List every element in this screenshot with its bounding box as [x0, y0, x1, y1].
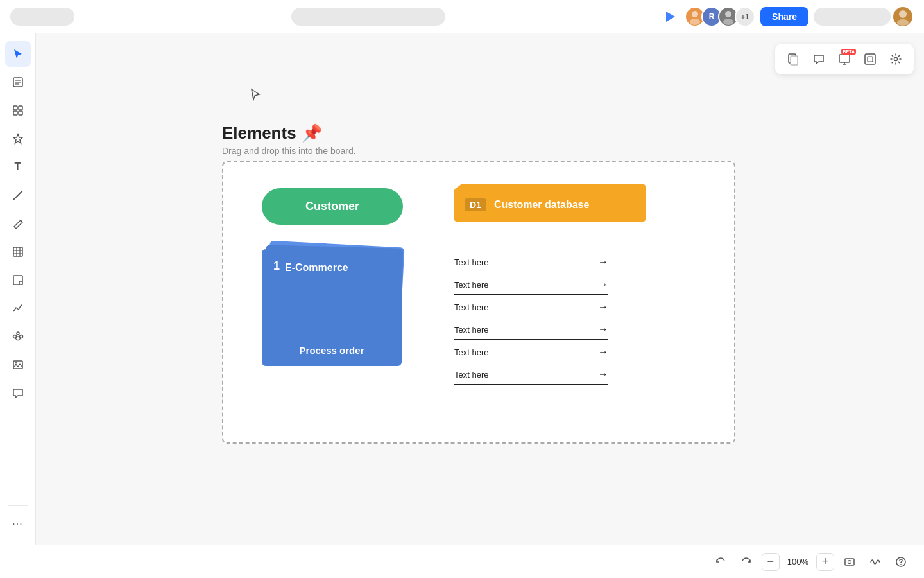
right-pill	[814, 8, 891, 26]
beta-badge: BETA	[841, 49, 856, 55]
svg-rect-17	[13, 247, 22, 256]
frames-icon[interactable]	[860, 49, 880, 69]
svg-rect-12	[19, 106, 22, 110]
flag-icon[interactable]	[662, 8, 680, 26]
settings-icon[interactable]	[886, 49, 906, 69]
sidebar-item-sticky[interactable]	[5, 267, 31, 293]
canvas-area[interactable]: BETA	[36, 33, 924, 545]
svg-rect-40	[845, 559, 854, 565]
sidebar: T	[0, 33, 36, 545]
svg-line-29	[18, 338, 21, 341]
arrow-right-icon: →	[598, 369, 608, 380]
sidebar-item-line[interactable]	[5, 182, 31, 208]
sidebar-item-chart[interactable]	[5, 295, 31, 321]
app-name-pill	[10, 8, 74, 26]
pages-icon[interactable]	[783, 49, 803, 69]
sidebar-item-flow[interactable]	[5, 324, 31, 349]
customer-element[interactable]: Customer	[262, 188, 403, 225]
sidebar-item-pen[interactable]	[5, 211, 31, 236]
topbar-right: R +1 Share	[662, 6, 914, 28]
wave-button[interactable]	[865, 552, 886, 572]
svg-rect-22	[13, 276, 22, 285]
svg-rect-38	[868, 57, 873, 62]
sidebar-item-favorites[interactable]	[5, 126, 31, 152]
orange-front: D1 Customer database	[454, 188, 646, 222]
svg-point-3	[725, 11, 732, 17]
diagram-container: Customer 1 E-Commerce Process order	[222, 161, 735, 444]
sidebar-item-image[interactable]	[5, 352, 31, 378]
help-button[interactable]	[891, 552, 911, 572]
sidebar-item-cursor[interactable]	[5, 41, 31, 67]
diagram-right: D1 Customer database Text here → Text he…	[454, 188, 696, 417]
topbar-center	[291, 8, 445, 26]
topbar-left	[10, 8, 74, 26]
text-row-4[interactable]: Text here →	[454, 320, 608, 340]
arrow-right-icon: →	[598, 301, 608, 313]
sidebar-divider	[8, 505, 28, 506]
sidebar-item-more[interactable]: ···	[5, 511, 31, 537]
bottombar: − 100% +	[0, 545, 924, 578]
user-avatar[interactable]	[892, 6, 914, 28]
panel-title: Elements 📌	[222, 123, 735, 143]
sidebar-item-text[interactable]: T	[5, 154, 31, 180]
text-row-5[interactable]: Text here →	[454, 342, 608, 362]
svg-point-41	[848, 560, 851, 563]
svg-marker-0	[666, 12, 675, 22]
svg-point-2	[690, 19, 700, 25]
svg-line-15	[13, 191, 22, 200]
topbar: R +1 Share	[0, 0, 924, 33]
sidebar-item-comment[interactable]	[5, 380, 31, 406]
text-row-3[interactable]: Text here →	[454, 297, 608, 317]
svg-line-28	[15, 338, 18, 341]
canvas-arrow	[249, 88, 262, 104]
arrow-right-icon: →	[598, 346, 608, 358]
svg-point-31	[15, 363, 17, 365]
present-icon[interactable]: BETA	[834, 49, 855, 69]
ecommerce-card-stack[interactable]: 1 E-Commerce Process order	[262, 244, 403, 366]
avatar-group: R +1	[685, 6, 755, 27]
card-front: 1 E-Commerce Process order	[262, 249, 402, 366]
svg-rect-33	[791, 56, 798, 65]
main-layout: T	[0, 33, 924, 545]
share-button[interactable]: Share	[760, 7, 809, 26]
undo-button[interactable]	[710, 552, 731, 572]
zoom-in-button[interactable]: +	[816, 553, 834, 571]
svg-point-4	[723, 19, 733, 25]
text-row-1[interactable]: Text here →	[454, 252, 608, 272]
svg-rect-30	[13, 361, 22, 369]
svg-point-1	[692, 11, 698, 17]
svg-point-23	[13, 335, 16, 338]
comments-icon[interactable]	[809, 49, 829, 69]
panel-subtitle: Drag and drop this into the board.	[222, 146, 735, 156]
sidebar-item-apps[interactable]	[5, 98, 31, 123]
sidebar-item-table[interactable]	[5, 239, 31, 265]
svg-point-25	[17, 332, 19, 335]
zoom-out-button[interactable]: −	[762, 553, 780, 571]
svg-point-24	[19, 335, 22, 338]
svg-point-6	[897, 19, 909, 26]
arrow-right-icon: →	[598, 279, 608, 290]
right-toolbar: BETA	[775, 44, 914, 74]
svg-rect-34	[839, 55, 850, 62]
elements-panel: Elements 📌 Drag and drop this into the b…	[222, 123, 735, 444]
customer-database-stack[interactable]: D1 Customer database	[454, 188, 696, 233]
svg-line-16	[21, 220, 22, 222]
svg-rect-11	[13, 106, 17, 110]
svg-point-39	[894, 58, 898, 61]
arrow-right-icon: →	[598, 324, 608, 335]
text-row-6[interactable]: Text here →	[454, 365, 608, 385]
zoom-control: − 100% +	[762, 553, 834, 571]
text-row-2[interactable]: Text here →	[454, 275, 608, 295]
svg-point-5	[899, 10, 907, 18]
text-rows: Text here → Text here → Text here → Te	[454, 252, 696, 385]
svg-rect-37	[865, 54, 875, 64]
arrow-right-icon: →	[598, 256, 608, 268]
diagram-left: Customer 1 E-Commerce Process order	[262, 188, 403, 417]
zoom-value[interactable]: 100%	[782, 557, 814, 566]
sidebar-item-notes[interactable]	[5, 69, 31, 95]
fit-screen-button[interactable]	[839, 552, 860, 572]
redo-button[interactable]	[736, 552, 757, 572]
svg-rect-13	[13, 111, 17, 115]
avatar-count[interactable]: +1	[735, 6, 755, 27]
breadcrumb-pill	[291, 8, 445, 26]
